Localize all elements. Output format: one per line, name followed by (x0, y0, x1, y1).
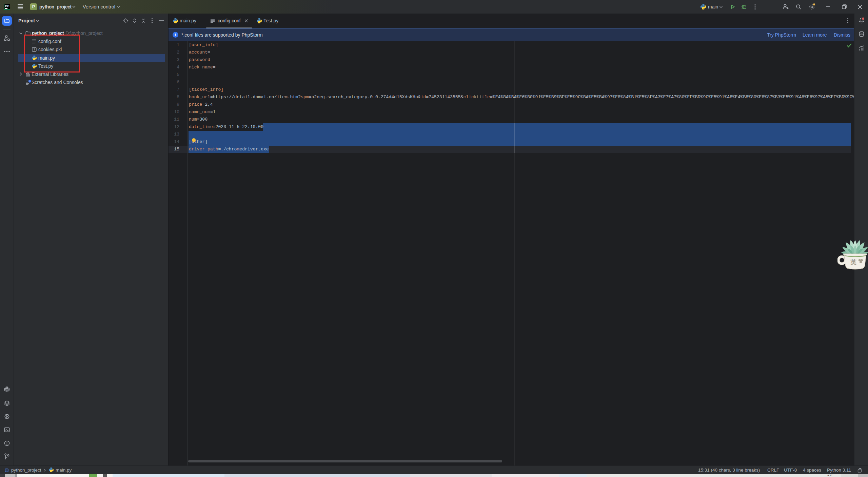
svg-text:英: 英 (850, 259, 856, 266)
